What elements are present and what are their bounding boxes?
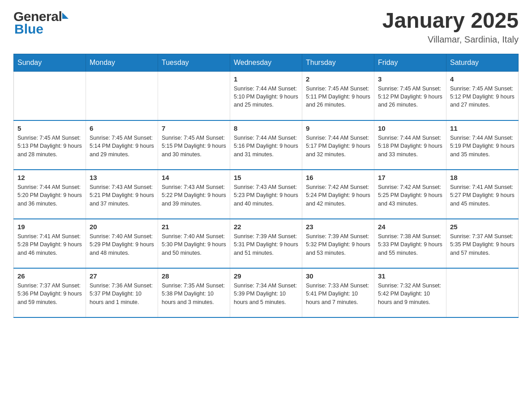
calendar-week-row: 26Sunrise: 7:37 AM Sunset: 5:36 PM Dayli…: [14, 268, 519, 317]
page-header: General Blue January 2025 Villamar, Sard…: [13, 9, 519, 45]
day-number: 1: [234, 75, 298, 83]
day-number: 30: [306, 272, 370, 280]
table-row: 8Sunrise: 7:44 AM Sunset: 5:16 PM Daylig…: [230, 120, 302, 170]
table-row: 6Sunrise: 7:45 AM Sunset: 5:14 PM Daylig…: [86, 120, 158, 170]
day-number: 5: [17, 124, 82, 132]
day-number: 15: [234, 174, 298, 181]
day-number: 29: [234, 272, 298, 280]
day-info: Sunrise: 7:36 AM Sunset: 5:37 PM Dayligh…: [90, 282, 154, 306]
day-number: 19: [17, 223, 82, 231]
col-friday: Friday: [374, 54, 446, 71]
col-sunday: Sunday: [14, 54, 86, 71]
table-row: [86, 71, 158, 120]
day-info: Sunrise: 7:42 AM Sunset: 5:25 PM Dayligh…: [378, 183, 442, 207]
day-info: Sunrise: 7:44 AM Sunset: 5:20 PM Dayligh…: [17, 183, 82, 207]
table-row: 5Sunrise: 7:45 AM Sunset: 5:13 PM Daylig…: [14, 120, 86, 170]
day-number: 17: [378, 174, 442, 181]
table-row: 20Sunrise: 7:40 AM Sunset: 5:29 PM Dayli…: [86, 219, 158, 268]
table-row: 22Sunrise: 7:39 AM Sunset: 5:31 PM Dayli…: [230, 219, 302, 268]
calendar-week-row: 1Sunrise: 7:44 AM Sunset: 5:10 PM Daylig…: [14, 71, 519, 120]
day-info: Sunrise: 7:38 AM Sunset: 5:33 PM Dayligh…: [378, 232, 442, 257]
day-info: Sunrise: 7:45 AM Sunset: 5:14 PM Dayligh…: [90, 134, 154, 158]
day-info: Sunrise: 7:44 AM Sunset: 5:10 PM Dayligh…: [234, 85, 298, 109]
day-number: 31: [378, 272, 442, 280]
day-info: Sunrise: 7:39 AM Sunset: 5:32 PM Dayligh…: [306, 232, 370, 257]
day-number: 9: [306, 124, 370, 132]
day-info: Sunrise: 7:44 AM Sunset: 5:18 PM Dayligh…: [378, 134, 442, 158]
table-row: 16Sunrise: 7:42 AM Sunset: 5:24 PM Dayli…: [302, 170, 374, 219]
day-info: Sunrise: 7:33 AM Sunset: 5:41 PM Dayligh…: [306, 282, 370, 306]
day-info: Sunrise: 7:40 AM Sunset: 5:30 PM Dayligh…: [162, 232, 226, 257]
table-row: 12Sunrise: 7:44 AM Sunset: 5:20 PM Dayli…: [14, 170, 86, 219]
table-row: 19Sunrise: 7:41 AM Sunset: 5:28 PM Dayli…: [14, 219, 86, 268]
calendar-week-row: 12Sunrise: 7:44 AM Sunset: 5:20 PM Dayli…: [14, 170, 519, 219]
day-number: 22: [234, 223, 298, 231]
title-area: January 2025 Villamar, Sardinia, Italy: [382, 9, 519, 45]
table-row: 11Sunrise: 7:44 AM Sunset: 5:19 PM Dayli…: [446, 120, 519, 170]
table-row: 7Sunrise: 7:45 AM Sunset: 5:15 PM Daylig…: [158, 120, 230, 170]
table-row: 30Sunrise: 7:33 AM Sunset: 5:41 PM Dayli…: [302, 268, 374, 317]
table-row: 21Sunrise: 7:40 AM Sunset: 5:30 PM Dayli…: [158, 219, 230, 268]
table-row: 23Sunrise: 7:39 AM Sunset: 5:32 PM Dayli…: [302, 219, 374, 268]
table-row: 17Sunrise: 7:42 AM Sunset: 5:25 PM Dayli…: [374, 170, 446, 219]
day-info: Sunrise: 7:44 AM Sunset: 5:16 PM Dayligh…: [234, 134, 298, 158]
table-row: 29Sunrise: 7:34 AM Sunset: 5:39 PM Dayli…: [230, 268, 302, 317]
table-row: 24Sunrise: 7:38 AM Sunset: 5:33 PM Dayli…: [374, 219, 446, 268]
table-row: 2Sunrise: 7:45 AM Sunset: 5:11 PM Daylig…: [302, 71, 374, 120]
day-number: 2: [306, 75, 370, 83]
day-number: 4: [450, 75, 515, 83]
month-title: January 2025: [382, 9, 519, 33]
table-row: 27Sunrise: 7:36 AM Sunset: 5:37 PM Dayli…: [86, 268, 158, 317]
day-number: 21: [162, 223, 226, 231]
logo-blue-text: Blue: [13, 21, 43, 37]
calendar-week-row: 19Sunrise: 7:41 AM Sunset: 5:28 PM Dayli…: [14, 219, 519, 268]
day-info: Sunrise: 7:34 AM Sunset: 5:39 PM Dayligh…: [234, 282, 298, 306]
day-number: 26: [17, 272, 82, 280]
day-number: 23: [306, 223, 370, 231]
day-info: Sunrise: 7:35 AM Sunset: 5:38 PM Dayligh…: [162, 282, 226, 306]
col-saturday: Saturday: [446, 54, 519, 71]
day-info: Sunrise: 7:39 AM Sunset: 5:31 PM Dayligh…: [234, 232, 298, 257]
day-info: Sunrise: 7:44 AM Sunset: 5:17 PM Dayligh…: [306, 134, 370, 158]
table-row: 18Sunrise: 7:41 AM Sunset: 5:27 PM Dayli…: [446, 170, 519, 219]
table-row: 26Sunrise: 7:37 AM Sunset: 5:36 PM Dayli…: [14, 268, 86, 317]
day-number: 3: [378, 75, 442, 83]
day-number: 20: [90, 223, 154, 231]
day-info: Sunrise: 7:42 AM Sunset: 5:24 PM Dayligh…: [306, 183, 370, 207]
table-row: 25Sunrise: 7:37 AM Sunset: 5:35 PM Dayli…: [446, 219, 519, 268]
day-info: Sunrise: 7:45 AM Sunset: 5:13 PM Dayligh…: [17, 134, 82, 158]
table-row: 31Sunrise: 7:32 AM Sunset: 5:42 PM Dayli…: [374, 268, 446, 317]
day-number: 24: [378, 223, 442, 231]
day-info: Sunrise: 7:41 AM Sunset: 5:27 PM Dayligh…: [450, 183, 515, 207]
day-number: 14: [162, 174, 226, 181]
day-number: 8: [234, 124, 298, 132]
day-info: Sunrise: 7:45 AM Sunset: 5:12 PM Dayligh…: [378, 85, 442, 109]
day-info: Sunrise: 7:45 AM Sunset: 5:11 PM Dayligh…: [306, 85, 370, 109]
day-info: Sunrise: 7:37 AM Sunset: 5:35 PM Dayligh…: [450, 232, 515, 257]
col-thursday: Thursday: [302, 54, 374, 71]
table-row: [158, 71, 230, 120]
day-number: 28: [162, 272, 226, 280]
table-row: 15Sunrise: 7:43 AM Sunset: 5:23 PM Dayli…: [230, 170, 302, 219]
table-row: 14Sunrise: 7:43 AM Sunset: 5:22 PM Dayli…: [158, 170, 230, 219]
col-tuesday: Tuesday: [158, 54, 230, 71]
day-info: Sunrise: 7:41 AM Sunset: 5:28 PM Dayligh…: [17, 232, 82, 257]
day-number: 16: [306, 174, 370, 181]
day-number: 25: [450, 223, 515, 231]
day-info: Sunrise: 7:37 AM Sunset: 5:36 PM Dayligh…: [17, 282, 82, 306]
table-row: 28Sunrise: 7:35 AM Sunset: 5:38 PM Dayli…: [158, 268, 230, 317]
calendar-table: Sunday Monday Tuesday Wednesday Thursday…: [13, 54, 519, 318]
col-wednesday: Wednesday: [230, 54, 302, 71]
day-number: 18: [450, 174, 515, 181]
logo-arrow-icon: [62, 13, 69, 19]
logo: General Blue: [13, 9, 69, 37]
table-row: 1Sunrise: 7:44 AM Sunset: 5:10 PM Daylig…: [230, 71, 302, 120]
table-row: 3Sunrise: 7:45 AM Sunset: 5:12 PM Daylig…: [374, 71, 446, 120]
day-info: Sunrise: 7:45 AM Sunset: 5:12 PM Dayligh…: [450, 85, 515, 109]
day-number: 13: [90, 174, 154, 181]
day-number: 11: [450, 124, 515, 132]
table-row: 13Sunrise: 7:43 AM Sunset: 5:21 PM Dayli…: [86, 170, 158, 219]
day-info: Sunrise: 7:45 AM Sunset: 5:15 PM Dayligh…: [162, 134, 226, 158]
day-info: Sunrise: 7:43 AM Sunset: 5:22 PM Dayligh…: [162, 183, 226, 207]
day-info: Sunrise: 7:43 AM Sunset: 5:21 PM Dayligh…: [90, 183, 154, 207]
